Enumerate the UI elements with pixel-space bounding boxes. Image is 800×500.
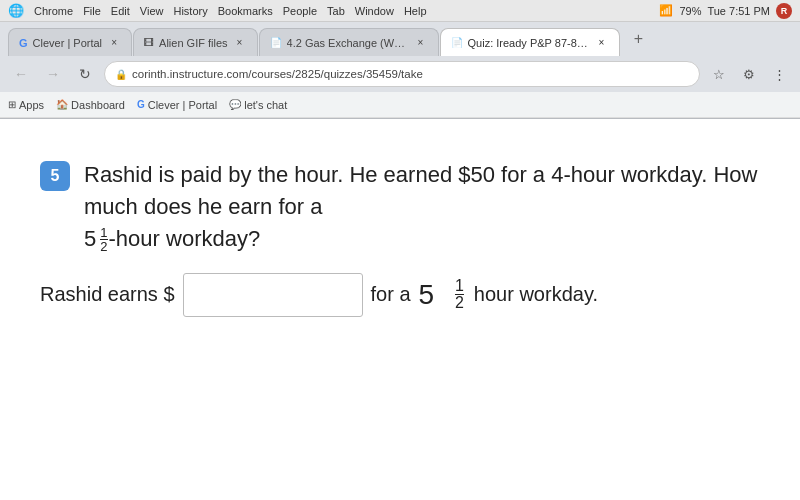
user-avatar[interactable]: R xyxy=(776,3,792,19)
address-bar-actions: ☆ ⚙ ⋮ xyxy=(706,61,792,87)
tab-close-alien[interactable]: × xyxy=(233,36,247,50)
question-text-suffix: -hour workday? xyxy=(109,226,261,251)
tab-close-clever[interactable]: × xyxy=(107,36,121,50)
fraction-numerator: 1 xyxy=(100,226,107,239)
answer-frac-den: 2 xyxy=(455,295,464,311)
menu-history[interactable]: History xyxy=(173,5,207,17)
answer-big-whole: 5 xyxy=(419,279,435,311)
answer-suffix: hour workday. xyxy=(474,283,598,306)
menu-help[interactable]: Help xyxy=(404,5,427,17)
chrome-logo: 🌐 xyxy=(8,3,24,18)
menu-file[interactable]: File xyxy=(83,5,101,17)
bookmark-dashboard[interactable]: 🏠 Dashboard xyxy=(56,99,125,111)
forward-button[interactable]: → xyxy=(40,61,66,87)
tab-clever[interactable]: G Clever | Portal × xyxy=(8,28,132,56)
dashboard-icon: 🏠 xyxy=(56,99,68,110)
tab-bar: G Clever | Portal × 🎞 Alien GIF files × … xyxy=(0,22,800,56)
address-text: corinth.instructure.com/courses/2825/qui… xyxy=(132,68,689,80)
address-bar-row: ← → ↻ 🔒 corinth.instructure.com/courses/… xyxy=(0,56,800,92)
lock-icon: 🔒 xyxy=(115,69,127,80)
tab-alien[interactable]: 🎞 Alien GIF files × xyxy=(133,28,257,56)
extensions-button[interactable]: ⚙ xyxy=(736,61,762,87)
question-text-part1: Rashid is paid by the hour. He earned $5… xyxy=(84,162,757,219)
bookmark-star-button[interactable]: ☆ xyxy=(706,61,732,87)
tab-gas[interactable]: 📄 4.2 Gas Exchange (Wednesda... × xyxy=(259,28,439,56)
question-number: 5 xyxy=(40,161,70,191)
address-bar[interactable]: 🔒 corinth.instructure.com/courses/2825/q… xyxy=(104,61,700,87)
clock: Tue 7:51 PM xyxy=(707,5,770,17)
menu-edit[interactable]: Edit xyxy=(111,5,130,17)
back-button[interactable]: ← xyxy=(8,61,34,87)
bookmarks-bar: ⊞ Apps 🏠 Dashboard G Clever | Portal 💬 l… xyxy=(0,92,800,118)
bookmark-clever[interactable]: G Clever | Portal xyxy=(137,99,217,111)
tab-favicon-quiz: 📄 xyxy=(451,37,463,48)
bookmark-dashboard-label: Dashboard xyxy=(71,99,125,111)
tab-quiz[interactable]: 📄 Quiz: Iready P&P 87-88Home... × xyxy=(440,28,620,56)
battery-status: 79% xyxy=(679,5,701,17)
fraction-denominator: 2 xyxy=(100,240,107,253)
wifi-icon: 📶 xyxy=(659,4,673,17)
answer-row: Rashid earns $ for a 5 1 2 hour workday. xyxy=(40,273,760,317)
bookmark-letschat-label: let's chat xyxy=(244,99,287,111)
browser-chrome: G Clever | Portal × 🎞 Alien GIF files × … xyxy=(0,22,800,119)
answer-prefix: Rashid earns $ xyxy=(40,283,175,306)
tab-title-clever: Clever | Portal xyxy=(33,37,103,49)
tab-title-quiz: Quiz: Iready P&P 87-88Home... xyxy=(468,37,590,49)
menu-tab[interactable]: Tab xyxy=(327,5,345,17)
menu-button[interactable]: ⋮ xyxy=(766,61,792,87)
clever-icon: G xyxy=(137,99,145,110)
tab-title-alien: Alien GIF files xyxy=(159,37,227,49)
menu-view[interactable]: View xyxy=(140,5,164,17)
bookmark-apps-label: Apps xyxy=(19,99,44,111)
tab-close-quiz[interactable]: × xyxy=(595,36,609,50)
menu-chrome[interactable]: Chrome xyxy=(34,5,73,17)
bookmark-apps[interactable]: ⊞ Apps xyxy=(8,99,44,111)
chat-icon: 💬 xyxy=(229,99,241,110)
answer-frac-num: 1 xyxy=(455,278,464,294)
tab-close-gas[interactable]: × xyxy=(414,36,428,50)
menu-people[interactable]: People xyxy=(283,5,317,17)
tab-favicon-clever: G xyxy=(19,37,28,49)
bookmark-letschat[interactable]: 💬 let's chat xyxy=(229,99,287,111)
question-header: 5 Rashid is paid by the hour. He earned … xyxy=(40,159,760,255)
bookmark-clever-label: Clever | Portal xyxy=(148,99,218,111)
answer-big-fraction: 1 2 xyxy=(455,278,464,311)
page-content: 5 Rashid is paid by the hour. He earned … xyxy=(0,119,800,500)
question-block: 5 Rashid is paid by the hour. He earned … xyxy=(40,159,760,317)
menu-bookmarks[interactable]: Bookmarks xyxy=(218,5,273,17)
reload-button[interactable]: ↻ xyxy=(72,61,98,87)
tab-title-gas: 4.2 Gas Exchange (Wednesda... xyxy=(287,37,409,49)
answer-input[interactable] xyxy=(183,273,363,317)
answer-middle: for a xyxy=(371,283,411,306)
apps-icon: ⊞ xyxy=(8,99,16,110)
new-tab-button[interactable]: + xyxy=(625,25,653,53)
question-fraction-whole: 5 xyxy=(84,226,96,251)
question-text: Rashid is paid by the hour. He earned $5… xyxy=(84,159,760,255)
tab-favicon-alien: 🎞 xyxy=(144,37,154,48)
menu-window[interactable]: Window xyxy=(355,5,394,17)
tab-favicon-gas: 📄 xyxy=(270,37,282,48)
os-menu-bar: 🌐 Chrome File Edit View History Bookmark… xyxy=(0,0,800,22)
question-fraction: 1 2 xyxy=(100,226,107,253)
